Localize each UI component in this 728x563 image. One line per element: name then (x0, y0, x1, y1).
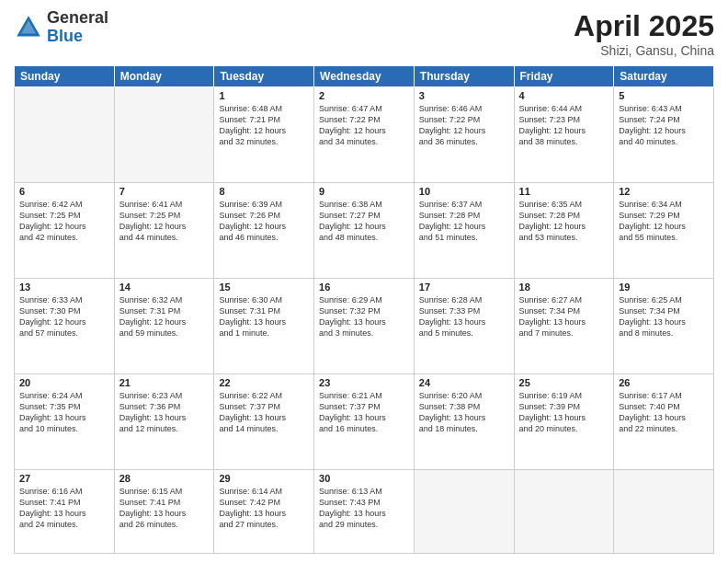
calendar-cell: 7Sunrise: 6:41 AM Sunset: 7:25 PM Daylig… (114, 182, 214, 278)
calendar-header-monday: Monday (114, 66, 214, 87)
logo-text: General Blue (47, 9, 108, 46)
day-number: 28 (119, 473, 210, 484)
day-number: 29 (219, 473, 309, 484)
calendar-header-tuesday: Tuesday (214, 66, 314, 87)
calendar-header-row: SundayMondayTuesdayWednesdayThursdayFrid… (15, 66, 714, 87)
day-info: Sunrise: 6:29 AM Sunset: 7:32 PM Dayligh… (319, 294, 409, 339)
calendar-header-saturday: Saturday (614, 66, 714, 87)
day-info: Sunrise: 6:30 AM Sunset: 7:31 PM Dayligh… (219, 294, 309, 339)
day-number: 20 (19, 377, 109, 388)
day-info: Sunrise: 6:25 AM Sunset: 7:34 PM Dayligh… (619, 294, 709, 339)
calendar-cell: 24Sunrise: 6:20 AM Sunset: 7:38 PM Dayli… (414, 373, 514, 469)
calendar-cell: 8Sunrise: 6:39 AM Sunset: 7:26 PM Daylig… (214, 182, 314, 278)
calendar-cell: 1Sunrise: 6:48 AM Sunset: 7:21 PM Daylig… (214, 87, 314, 183)
day-number: 10 (419, 186, 509, 197)
day-number: 22 (219, 377, 309, 388)
calendar-cell: 22Sunrise: 6:22 AM Sunset: 7:37 PM Dayli… (214, 373, 314, 469)
day-info: Sunrise: 6:14 AM Sunset: 7:42 PM Dayligh… (219, 486, 309, 531)
day-info: Sunrise: 6:28 AM Sunset: 7:33 PM Dayligh… (419, 294, 509, 339)
calendar-cell: 27Sunrise: 6:16 AM Sunset: 7:41 PM Dayli… (15, 469, 115, 553)
calendar-cell: 17Sunrise: 6:28 AM Sunset: 7:33 PM Dayli… (414, 278, 514, 373)
calendar-header-sunday: Sunday (15, 66, 115, 87)
calendar-cell: 2Sunrise: 6:47 AM Sunset: 7:22 PM Daylig… (314, 87, 415, 183)
day-info: Sunrise: 6:42 AM Sunset: 7:25 PM Dayligh… (19, 199, 109, 244)
day-info: Sunrise: 6:15 AM Sunset: 7:41 PM Dayligh… (119, 486, 210, 531)
calendar-week-5: 27Sunrise: 6:16 AM Sunset: 7:41 PM Dayli… (15, 469, 714, 553)
calendar-cell: 5Sunrise: 6:43 AM Sunset: 7:24 PM Daylig… (614, 87, 714, 183)
calendar-cell: 9Sunrise: 6:38 AM Sunset: 7:27 PM Daylig… (314, 182, 415, 278)
calendar-cell: 14Sunrise: 6:32 AM Sunset: 7:31 PM Dayli… (114, 278, 214, 373)
day-number: 14 (119, 282, 210, 293)
day-info: Sunrise: 6:37 AM Sunset: 7:28 PM Dayligh… (419, 199, 509, 244)
header: General Blue April 2025 Shizi, Gansu, Ch… (14, 9, 714, 58)
page: General Blue April 2025 Shizi, Gansu, Ch… (0, 0, 728, 563)
day-info: Sunrise: 6:32 AM Sunset: 7:31 PM Dayligh… (119, 294, 210, 339)
calendar-cell: 26Sunrise: 6:17 AM Sunset: 7:40 PM Dayli… (614, 373, 714, 469)
title-location: Shizi, Gansu, China (574, 43, 714, 58)
day-number: 27 (19, 473, 109, 484)
day-info: Sunrise: 6:35 AM Sunset: 7:28 PM Dayligh… (519, 199, 609, 244)
day-number: 4 (519, 90, 609, 101)
logo-icon (14, 13, 43, 42)
calendar-cell: 12Sunrise: 6:34 AM Sunset: 7:29 PM Dayli… (614, 182, 714, 278)
calendar-cell (114, 87, 214, 183)
day-number: 25 (519, 377, 609, 388)
day-info: Sunrise: 6:46 AM Sunset: 7:22 PM Dayligh… (419, 103, 509, 148)
calendar-week-1: 1Sunrise: 6:48 AM Sunset: 7:21 PM Daylig… (15, 87, 714, 183)
title-month: April 2025 (574, 9, 714, 43)
day-info: Sunrise: 6:43 AM Sunset: 7:24 PM Dayligh… (619, 103, 709, 148)
day-info: Sunrise: 6:38 AM Sunset: 7:27 PM Dayligh… (319, 199, 409, 244)
calendar-cell: 29Sunrise: 6:14 AM Sunset: 7:42 PM Dayli… (214, 469, 314, 553)
day-number: 18 (519, 282, 609, 293)
day-info: Sunrise: 6:24 AM Sunset: 7:35 PM Dayligh… (19, 390, 109, 435)
day-number: 16 (319, 282, 409, 293)
calendar-cell: 11Sunrise: 6:35 AM Sunset: 7:28 PM Dayli… (514, 182, 614, 278)
calendar-week-4: 20Sunrise: 6:24 AM Sunset: 7:35 PM Dayli… (15, 373, 714, 469)
day-info: Sunrise: 6:17 AM Sunset: 7:40 PM Dayligh… (619, 390, 709, 435)
day-number: 13 (19, 282, 109, 293)
calendar-cell: 13Sunrise: 6:33 AM Sunset: 7:30 PM Dayli… (15, 278, 115, 373)
day-number: 15 (219, 282, 309, 293)
calendar-cell: 30Sunrise: 6:13 AM Sunset: 7:43 PM Dayli… (314, 469, 415, 553)
calendar-cell: 20Sunrise: 6:24 AM Sunset: 7:35 PM Dayli… (15, 373, 115, 469)
calendar-cell: 21Sunrise: 6:23 AM Sunset: 7:36 PM Dayli… (114, 373, 214, 469)
logo: General Blue (14, 9, 108, 46)
calendar-table: SundayMondayTuesdayWednesdayThursdayFrid… (14, 65, 714, 554)
calendar-cell: 4Sunrise: 6:44 AM Sunset: 7:23 PM Daylig… (514, 87, 614, 183)
calendar-cell: 18Sunrise: 6:27 AM Sunset: 7:34 PM Dayli… (514, 278, 614, 373)
calendar-cell: 16Sunrise: 6:29 AM Sunset: 7:32 PM Dayli… (314, 278, 415, 373)
calendar-cell: 10Sunrise: 6:37 AM Sunset: 7:28 PM Dayli… (414, 182, 514, 278)
day-number: 3 (419, 90, 509, 101)
day-info: Sunrise: 6:47 AM Sunset: 7:22 PM Dayligh… (319, 103, 409, 148)
calendar-week-3: 13Sunrise: 6:33 AM Sunset: 7:30 PM Dayli… (15, 278, 714, 373)
day-number: 11 (519, 186, 609, 197)
day-number: 24 (419, 377, 509, 388)
day-info: Sunrise: 6:41 AM Sunset: 7:25 PM Dayligh… (119, 199, 210, 244)
day-number: 12 (619, 186, 709, 197)
calendar-cell: 28Sunrise: 6:15 AM Sunset: 7:41 PM Dayli… (114, 469, 214, 553)
day-number: 17 (419, 282, 509, 293)
day-info: Sunrise: 6:48 AM Sunset: 7:21 PM Dayligh… (219, 103, 309, 148)
calendar-cell: 6Sunrise: 6:42 AM Sunset: 7:25 PM Daylig… (15, 182, 115, 278)
day-number: 26 (619, 377, 709, 388)
calendar-cell (15, 87, 115, 183)
calendar-cell: 23Sunrise: 6:21 AM Sunset: 7:37 PM Dayli… (314, 373, 415, 469)
day-info: Sunrise: 6:44 AM Sunset: 7:23 PM Dayligh… (519, 103, 609, 148)
day-number: 2 (319, 90, 409, 101)
day-number: 1 (219, 90, 309, 101)
calendar-week-2: 6Sunrise: 6:42 AM Sunset: 7:25 PM Daylig… (15, 182, 714, 278)
day-info: Sunrise: 6:33 AM Sunset: 7:30 PM Dayligh… (19, 294, 109, 339)
title-block: April 2025 Shizi, Gansu, China (574, 9, 714, 58)
calendar-cell: 25Sunrise: 6:19 AM Sunset: 7:39 PM Dayli… (514, 373, 614, 469)
day-info: Sunrise: 6:39 AM Sunset: 7:26 PM Dayligh… (219, 199, 309, 244)
calendar-cell: 15Sunrise: 6:30 AM Sunset: 7:31 PM Dayli… (214, 278, 314, 373)
calendar-header-thursday: Thursday (414, 66, 514, 87)
calendar-header-friday: Friday (514, 66, 614, 87)
logo-blue: Blue (47, 28, 108, 46)
logo-general: General (47, 9, 108, 28)
day-number: 5 (619, 90, 709, 101)
day-info: Sunrise: 6:20 AM Sunset: 7:38 PM Dayligh… (419, 390, 509, 435)
day-info: Sunrise: 6:23 AM Sunset: 7:36 PM Dayligh… (119, 390, 210, 435)
day-info: Sunrise: 6:27 AM Sunset: 7:34 PM Dayligh… (519, 294, 609, 339)
calendar-cell: 19Sunrise: 6:25 AM Sunset: 7:34 PM Dayli… (614, 278, 714, 373)
